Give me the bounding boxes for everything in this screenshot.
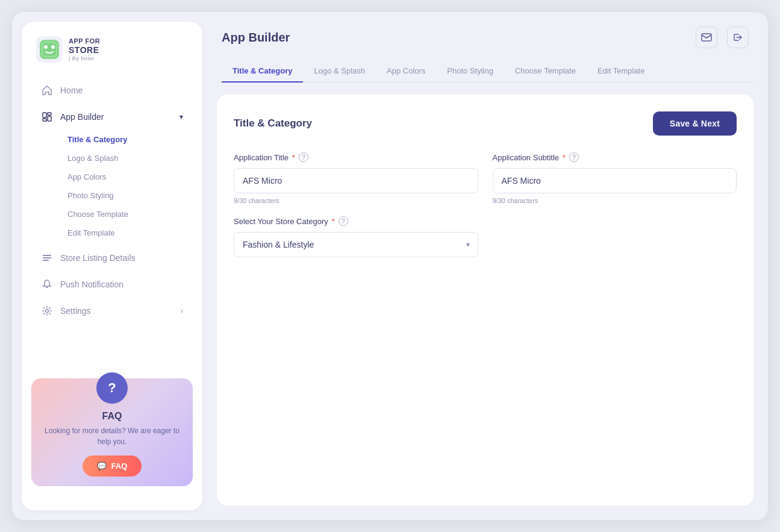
mail-icon-button[interactable] [696,27,717,48]
app-title-group: Application Title * ? 9/30 characters [234,152,478,204]
svg-rect-10 [43,119,46,121]
faq-title: FAQ [102,411,122,422]
sidebar-item-choose-template[interactable]: Choose Template [60,205,193,224]
faq-button-label: FAQ [111,462,128,471]
main-header: App Builder [217,27,753,48]
app-title-required: * [292,153,295,162]
app-subtitle-help-icon[interactable]: ? [569,152,579,162]
chevron-right-icon: › [181,307,183,315]
app-title-input[interactable] [234,168,478,193]
home-icon [41,84,53,96]
sidebar-item-store-listing-label: Store Listing Details [60,253,136,263]
logo-appfor: APP FOR [69,37,100,45]
svg-rect-7 [43,113,46,117]
chevron-down-icon: ▾ [179,113,183,121]
app-subtitle-group: Application Subtitle * ? 9/30 characters [493,152,737,204]
svg-rect-11 [43,255,51,256]
svg-point-14 [46,310,49,313]
logout-icon-button[interactable] [727,27,749,48]
app-subtitle-input[interactable] [493,168,737,193]
title-subtitle-row: Application Title * ? 9/30 characters Ap… [234,152,737,204]
settings-icon [41,305,53,317]
category-select-wrapper: Fashion & Lifestyle Electronics Grocery … [234,232,478,257]
chat-icon: 💬 [97,462,107,471]
category-row: Select Your Store Category * ? Fashion &… [234,216,737,257]
svg-rect-13 [43,260,49,261]
svg-rect-12 [43,257,51,258]
sidebar-item-store-listing[interactable]: Store Listing Details [31,245,193,271]
tab-app-colors[interactable]: App Colors [376,60,436,83]
tab-title-category[interactable]: Title & Category [222,60,303,83]
sidebar-item-edit-template[interactable]: Edit Template [60,224,193,242]
app-builder-icon [41,111,53,123]
logo-area: APP FOR STORE | By boon [22,36,202,77]
app-logo-icon [36,36,63,63]
sidebar-item-home[interactable]: Home [31,77,193,104]
faq-card: ? FAQ Looking for more details? We are e… [31,378,193,486]
sidebar-item-settings[interactable]: Settings › [31,298,193,324]
sidebar: APP FOR STORE | By boon Home [22,22,202,510]
tabs-bar: Title & Category Logo & Splash App Color… [217,60,753,83]
tab-edit-template[interactable]: Edit Template [587,60,656,83]
svg-point-5 [51,45,55,49]
card-header-row: Title & Category Save & Next [234,111,737,136]
tab-photo-styling[interactable]: Photo Styling [436,60,504,83]
tab-logo-splash[interactable]: Logo & Splash [303,60,376,83]
category-required: * [332,217,335,226]
sidebar-nav: Home App Builder ▾ Title & Ca [22,77,202,369]
app-subtitle-label: Application Subtitle * ? [493,152,737,162]
category-group: Select Your Store Category * ? Fashion &… [234,216,478,257]
bell-icon [41,278,53,290]
app-subtitle-char-count: 9/30 characters [493,197,737,204]
faq-icon: ? [96,372,128,404]
logo-store: STORE [69,45,100,55]
save-next-button[interactable]: Save & Next [653,111,737,136]
faq-description: Looking for more details? We are eager t… [41,425,183,447]
sidebar-item-logo-splash[interactable]: Logo & Splash [60,149,193,167]
logo-text: APP FOR STORE | By boon [69,37,100,62]
logo-byboon: | By boon [69,55,100,62]
faq-button[interactable]: 💬 FAQ [83,455,142,477]
sidebar-item-settings-label: Settings [60,306,91,316]
svg-rect-9 [48,116,51,121]
sidebar-item-push-notification[interactable]: Push Notification [31,271,193,298]
page-title: App Builder [222,31,290,45]
svg-rect-15 [702,34,711,41]
header-icons [696,27,749,48]
category-label: Select Your Store Category * ? [234,216,478,226]
sidebar-item-title-category[interactable]: Title & Category [60,130,193,149]
category-help-icon[interactable]: ? [339,216,348,226]
sidebar-item-app-colors[interactable]: App Colors [60,167,193,186]
app-builder-sub-nav: Title & Category Logo & Splash App Color… [31,130,193,242]
category-select[interactable]: Fashion & Lifestyle Electronics Grocery … [234,232,478,257]
sidebar-item-app-builder-label: App Builder [60,112,104,122]
sidebar-item-push-notification-label: Push Notification [60,280,123,289]
card-title: Title & Category [234,117,312,130]
content-card: Title & Category Save & Next Application… [217,95,753,505]
app-subtitle-required: * [563,153,566,162]
store-listing-icon [41,252,53,264]
main-content: App Builder Title & Cat [212,12,768,520]
app-title-char-count: 9/30 characters [234,197,478,204]
app-title-label: Application Title * ? [234,152,478,162]
svg-rect-3 [40,40,59,59]
tab-choose-template[interactable]: Choose Template [504,60,587,83]
app-title-help-icon[interactable]: ? [299,152,308,162]
sidebar-item-photo-styling[interactable]: Photo Styling [60,186,193,205]
svg-point-4 [44,45,48,49]
sidebar-item-app-builder[interactable]: App Builder ▾ [31,104,193,130]
svg-rect-8 [48,113,51,115]
sidebar-item-home-label: Home [60,86,83,95]
